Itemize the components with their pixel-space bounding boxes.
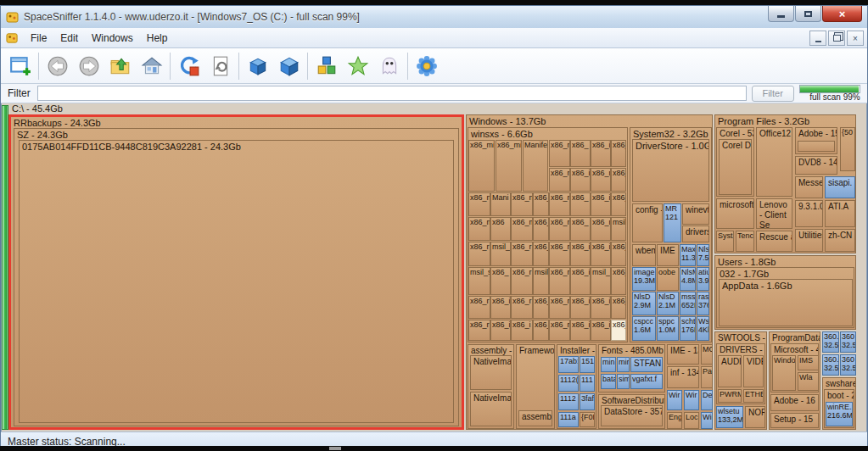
ghost-button[interactable]	[373, 51, 405, 81]
block-pac[interactable]: Pac	[701, 366, 713, 388]
winsxs-cell[interactable]: x86_i	[570, 267, 591, 295]
block-rescue[interactable]: Rescue a	[756, 231, 792, 252]
mdi-restore-button[interactable]	[828, 31, 845, 46]
menu-help[interactable]: Help	[140, 31, 175, 46]
winsxs-cell[interactable]: x86_	[533, 192, 549, 216]
file-classes-button[interactable]	[311, 51, 342, 81]
close-button[interactable]: ×	[822, 6, 862, 22]
block-atiun[interactable]: atiun 3.9M	[697, 267, 709, 291]
block-wsm[interactable]: Wsm 4Kb	[697, 316, 709, 341]
winsxs-cell[interactable]: x86_mi	[496, 140, 522, 192]
winsxs-cell[interactable]: x86_r	[591, 217, 611, 241]
winsxs-cell[interactable]: msil_	[490, 242, 511, 266]
fonts-cell[interactable]: min	[617, 357, 630, 372]
block-tenc[interactable]: Tenc	[736, 231, 754, 252]
menu-windows[interactable]: Windows	[85, 31, 140, 46]
block-nlsm[interactable]: NlsM 4.8M	[680, 267, 696, 291]
mdi-close-button[interactable]: ×	[847, 31, 864, 46]
winsxs-cell[interactable]: x86_r	[468, 242, 490, 266]
star-button[interactable]	[342, 51, 373, 81]
less-detail-button[interactable]	[242, 51, 273, 81]
menu-edit[interactable]: Edit	[53, 31, 85, 46]
block-winre[interactable]: winRE.1 216.6M	[826, 402, 853, 426]
installer-cell[interactable]: 3fafa	[580, 393, 595, 410]
winsxs-cell[interactable]: x86_i	[591, 192, 611, 216]
winsxs-cell[interactable]: x86_i	[490, 296, 511, 319]
block-nativeimage2[interactable]: NativeImage	[470, 392, 512, 426]
home-button[interactable]	[136, 51, 167, 81]
winsxs-cell[interactable]: x86_	[490, 267, 511, 295]
block-wla[interactable]: Wla	[798, 372, 819, 391]
block-config[interactable]: config - 2	[632, 203, 663, 242]
block-0175ab[interactable]: 0175AB014FFD11CB-9448C819C3A92281 - 24.3…	[19, 140, 454, 423]
maximize-button[interactable]	[795, 6, 821, 22]
winsxs-cell[interactable]: x86_r	[549, 267, 570, 295]
winsxs-cell[interactable]: x86_i	[570, 320, 591, 341]
block-winevt[interactable]: winevt	[682, 203, 709, 225]
menu-file[interactable]: File	[24, 31, 53, 46]
winsxs-cell[interactable]: x86_	[570, 217, 591, 241]
block-nlsd1[interactable]: NlsD 2.9M	[632, 292, 656, 315]
installer-cell[interactable]: {F0E	[580, 412, 595, 427]
winsxs-cell[interactable]: x86_i	[611, 267, 626, 295]
treemap-block[interactable]	[798, 141, 835, 152]
title-bar[interactable]: SpaceSniffer 1.1.4.0 - www.uderzo.it - […	[1, 6, 867, 28]
winsxs-cell[interactable]: x86_i	[570, 168, 591, 192]
block-ethe[interactable]: ETHE	[743, 389, 764, 403]
winsxs-cell[interactable]: x86_i	[611, 296, 626, 319]
block-360c[interactable]: 360. 32.5	[822, 354, 839, 376]
fonts-cell[interactable]: bata	[601, 374, 616, 389]
block-sisapi[interactable]: sisapi.	[825, 176, 855, 198]
winsxs-cell[interactable]: x86_n	[591, 168, 611, 192]
block-wbem[interactable]: wbem	[632, 244, 656, 266]
winsxs-cell[interactable]: msil_s	[468, 267, 490, 295]
fonts-cell[interactable]: vgafxt.f	[630, 374, 663, 389]
block-mc[interactable]: MC	[701, 344, 713, 365]
installer-cell[interactable]: 17ab:	[558, 356, 579, 373]
winsxs-cell[interactable]: msil_	[611, 217, 626, 241]
winsxs-cell[interactable]: Mani	[490, 192, 511, 216]
winsxs-cell[interactable]: x86_r	[549, 296, 570, 319]
filter-input[interactable]	[37, 86, 747, 101]
winsxs-cell[interactable]: x86_r	[549, 242, 570, 266]
winsxs-cell[interactable]: x86_r	[549, 320, 570, 341]
block-nor[interactable]: NOR	[745, 406, 765, 428]
winsxs-cell[interactable]: x86_	[570, 140, 591, 167]
winsxs-cell[interactable]: x86_i	[490, 320, 511, 341]
winsxs-cell[interactable]: x86_i	[511, 320, 533, 341]
block-eng[interactable]: Eng	[667, 412, 682, 429]
winsxs-cell[interactable]: x86_i	[591, 320, 611, 341]
mdi-minimize-button[interactable]	[809, 31, 826, 46]
block-nlsd2[interactable]: NlsD 2.1M	[657, 292, 679, 315]
block-zhcn[interactable]: zh-CN	[825, 229, 855, 252]
winsxs-cell[interactable]: x86_	[533, 217, 549, 241]
reload-button[interactable]	[204, 51, 236, 81]
winsxs-cell[interactable]: x86_r	[511, 296, 533, 319]
block-ims[interactable]: IMS	[798, 355, 819, 370]
parent-folder-button[interactable]	[104, 51, 136, 81]
block-drivers[interactable]: drivers	[682, 226, 709, 242]
block-schta[interactable]: schta 176K	[680, 316, 696, 341]
minimize-button[interactable]	[768, 6, 794, 22]
block-audio[interactable]: AUDI	[718, 355, 742, 387]
winsxs-cell[interactable]: msil_	[533, 267, 549, 295]
winsxs-cell[interactable]: x86_r	[468, 320, 490, 341]
winsxs-cell[interactable]: x86_mi	[468, 140, 495, 192]
winsxs-cell[interactable]: x86_i	[533, 296, 549, 319]
block-360a[interactable]: 360. 32.5	[822, 331, 839, 353]
block-wlsetu[interactable]: wlsetu 133,2M	[716, 406, 743, 428]
winsxs-cell[interactable]: x86_i	[533, 320, 549, 341]
block-nativeimage1[interactable]: NativeImage	[470, 355, 512, 390]
block-vide[interactable]: VIDE	[743, 355, 764, 387]
installer-cell[interactable]: 1112(	[558, 375, 579, 392]
winsxs-cell[interactable]: x86_	[611, 140, 626, 167]
forward-button[interactable]	[73, 51, 104, 81]
winsxs-cell[interactable]: Manifes	[523, 140, 548, 192]
winsxs-cell[interactable]: x86_r	[511, 242, 533, 266]
block-messe[interactable]: Messe	[795, 176, 823, 198]
block-sppc[interactable]: sppc 1.0M	[657, 316, 679, 341]
winsxs-cell[interactable]: x86_i	[611, 242, 626, 266]
block-mr121[interactable]: MR 121	[664, 203, 681, 242]
winsxs-cell[interactable]: x86_	[570, 192, 591, 216]
block-mssv[interactable]: mssv 652K	[680, 292, 696, 315]
